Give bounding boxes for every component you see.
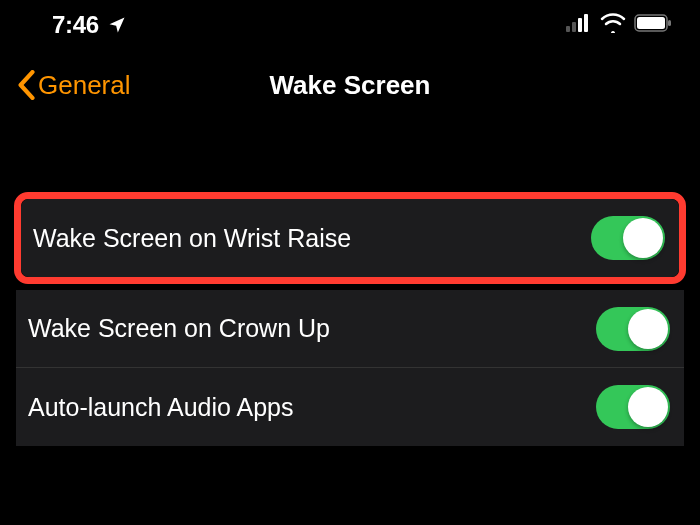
status-bar-right (566, 13, 672, 37)
setting-label: Wake Screen on Crown Up (28, 314, 330, 343)
svg-rect-2 (578, 18, 582, 32)
status-bar: 7:46 (0, 0, 700, 50)
back-label: General (38, 70, 131, 101)
back-button[interactable]: General (16, 70, 131, 101)
setting-wake-on-crown-up[interactable]: Wake Screen on Crown Up (16, 290, 684, 368)
svg-rect-3 (584, 14, 588, 32)
setting-label: Auto-launch Audio Apps (28, 393, 293, 422)
setting-auto-launch-audio[interactable]: Auto-launch Audio Apps (16, 368, 684, 446)
status-bar-left: 7:46 (52, 11, 127, 39)
toggle-knob (623, 218, 663, 258)
svg-rect-1 (572, 22, 576, 32)
section-gap (0, 120, 700, 192)
chevron-left-icon (16, 70, 36, 100)
wifi-icon (600, 13, 626, 37)
cellular-signal-icon (566, 14, 592, 36)
status-time: 7:46 (52, 11, 99, 39)
nav-bar: General Wake Screen (0, 50, 700, 120)
toggle-auto-launch-audio[interactable] (596, 385, 670, 429)
location-icon (107, 15, 127, 35)
toggle-knob (628, 387, 668, 427)
setting-wake-on-wrist-raise[interactable]: Wake Screen on Wrist Raise (21, 199, 679, 277)
toggle-wake-on-crown-up[interactable] (596, 307, 670, 351)
setting-label: Wake Screen on Wrist Raise (33, 224, 351, 253)
svg-rect-0 (566, 26, 570, 32)
toggle-wake-on-wrist-raise[interactable] (591, 216, 665, 260)
settings-list: Wake Screen on Wrist Raise Wake Screen o… (0, 192, 700, 446)
highlight-annotation: Wake Screen on Wrist Raise (14, 192, 686, 284)
svg-rect-5 (637, 17, 665, 29)
svg-rect-6 (668, 20, 671, 26)
page-title: Wake Screen (270, 70, 431, 101)
toggle-knob (628, 309, 668, 349)
battery-icon (634, 14, 672, 36)
